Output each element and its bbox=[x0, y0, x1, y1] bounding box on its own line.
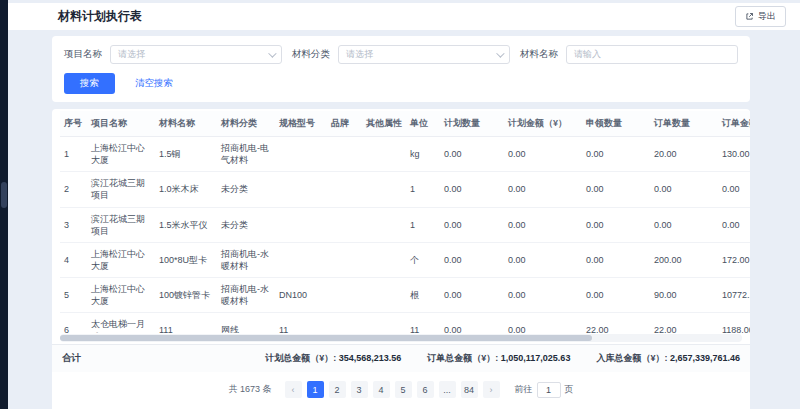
project-name-select[interactable]: 请选择 bbox=[110, 45, 282, 64]
filter-field-project: 项目名称 请选择 bbox=[64, 45, 282, 64]
goto-label: 前往 bbox=[515, 383, 533, 396]
page-button[interactable]: 1 bbox=[307, 381, 324, 398]
table-cell: 0.00 bbox=[504, 207, 582, 242]
table-cell: 太仓电梯一月球项目 bbox=[87, 313, 155, 333]
table-cell: 滨江花城三期项目 bbox=[87, 172, 155, 207]
inbound-total: 入库总金额（¥）: 2,657,339,761.46 bbox=[596, 352, 740, 365]
order-total: 订单总金额（¥）: 1,050,117,025.63 bbox=[427, 352, 570, 365]
sidebar-collapse-handle[interactable] bbox=[1, 182, 7, 208]
topbar: 材料计划执行表 导出 bbox=[8, 3, 800, 30]
table-cell: 0.00 bbox=[504, 313, 582, 333]
table-cell: 11 bbox=[406, 313, 440, 333]
header-cell: 单位 bbox=[406, 111, 440, 137]
header-cell: 申领数量 bbox=[582, 111, 650, 137]
page-button[interactable]: 3 bbox=[351, 381, 368, 398]
table-cell: 0.00 bbox=[582, 278, 650, 313]
table-cell: 上海松江中心大厦 bbox=[87, 137, 155, 172]
horizontal-scrollbar-thumb[interactable] bbox=[60, 335, 592, 341]
filter-label: 材料名称 bbox=[520, 48, 558, 61]
filter-field-material: 材料名称 请输入 bbox=[520, 45, 738, 64]
horizontal-scrollbar-track[interactable] bbox=[60, 334, 742, 342]
table-cell: 0.00 bbox=[504, 137, 582, 172]
page-title: 材料计划执行表 bbox=[58, 8, 142, 25]
table-row: 5上海松江中心大厦100镀锌管卡招商机电-水暖材料DN100根0.000.000… bbox=[60, 278, 750, 313]
table-cell bbox=[362, 137, 406, 172]
main-area: 材料计划执行表 导出 项目名称 请选择 bbox=[8, 0, 800, 409]
table-cell: 100镀锌管卡 bbox=[155, 278, 217, 313]
order-total-value: 1,050,117,025.63 bbox=[501, 353, 571, 363]
clear-search-button[interactable]: 清空搜索 bbox=[135, 77, 173, 90]
input-placeholder: 请输入 bbox=[574, 48, 601, 61]
select-placeholder: 请选择 bbox=[118, 48, 145, 61]
filter-card: 项目名称 请选择 材料分类 请选择 材料名称 bbox=[52, 36, 750, 102]
page-ellipsis[interactable]: ... bbox=[439, 381, 456, 398]
table-row: 3滨江花城三期项目1.5米水平仪未分类10.000.000.000.000.00 bbox=[60, 207, 750, 242]
planned-total-label: 计划总金额（¥）: bbox=[265, 353, 336, 363]
table-cell: 1.5米水平仪 bbox=[155, 207, 217, 242]
filter-row: 项目名称 请选择 材料分类 请选择 材料名称 bbox=[64, 45, 738, 64]
table-cell: 0.00 bbox=[650, 207, 718, 242]
table-cell: 0.00 bbox=[440, 137, 504, 172]
search-button[interactable]: 搜索 bbox=[64, 73, 115, 94]
header-cell: 序号 bbox=[60, 111, 87, 137]
export-icon bbox=[745, 12, 754, 21]
summary-bar: 合计 计划总金额（¥）: 354,568,213.56 订单总金额（¥）: 1,… bbox=[52, 344, 750, 372]
export-button[interactable]: 导出 bbox=[735, 6, 786, 27]
header-cell: 品牌 bbox=[327, 111, 362, 137]
page-button[interactable]: 84 bbox=[461, 381, 478, 398]
table-cell: 2 bbox=[60, 172, 87, 207]
table-cell: 网线 bbox=[217, 313, 275, 333]
page-button[interactable]: 2 bbox=[329, 381, 346, 398]
table-cell bbox=[362, 313, 406, 333]
chevron-down-icon bbox=[268, 49, 276, 57]
chevron-down-icon bbox=[496, 49, 504, 57]
pagination: 共 1673 条 ‹ 123456...84 › 前往 页 bbox=[52, 372, 750, 409]
table-cell: 111 bbox=[155, 313, 217, 333]
table-cell: 22.00 bbox=[582, 313, 650, 333]
table-cell bbox=[362, 278, 406, 313]
table-cell bbox=[362, 207, 406, 242]
table-cell: 0.00 bbox=[582, 207, 650, 242]
next-page-button[interactable]: › bbox=[483, 381, 500, 398]
order-total-label: 订单总金额（¥）: bbox=[427, 353, 498, 363]
page-button[interactable]: 4 bbox=[373, 381, 390, 398]
table-cell: 0.00 bbox=[440, 242, 504, 277]
prev-page-button[interactable]: ‹ bbox=[285, 381, 302, 398]
filter-label: 项目名称 bbox=[64, 48, 102, 61]
header-cell: 项目名称 bbox=[87, 111, 155, 137]
table-cell: 0.00 bbox=[440, 207, 504, 242]
table-cell: 0.00 bbox=[650, 172, 718, 207]
table-cell: 0.00 bbox=[440, 278, 504, 313]
inbound-total-label: 入库总金额（¥）: bbox=[596, 353, 667, 363]
header-cell: 材料名称 bbox=[155, 111, 217, 137]
table-cell: 招商机电-水暖材料 bbox=[217, 242, 275, 277]
material-category-select[interactable]: 请选择 bbox=[338, 45, 510, 64]
app-window: 材料计划执行表 导出 项目名称 请选择 bbox=[0, 0, 800, 409]
goto-page-input[interactable] bbox=[537, 382, 561, 398]
table-cell bbox=[362, 242, 406, 277]
table-cell bbox=[327, 242, 362, 277]
table-cell: 上海松江中心大厦 bbox=[87, 242, 155, 277]
table-cell: 0.00 bbox=[504, 242, 582, 277]
table-cell: 0.00 bbox=[582, 242, 650, 277]
page-button[interactable]: 6 bbox=[417, 381, 434, 398]
table-row: 4上海松江中心大厦100*8U型卡招商机电-水暖材料个0.000.000.002… bbox=[60, 242, 750, 277]
total-count: 共 1673 条 bbox=[228, 383, 271, 396]
header-cell: 其他属性 bbox=[362, 111, 406, 137]
planned-total-value: 354,568,213.56 bbox=[339, 353, 402, 363]
table-cell: 4 bbox=[60, 242, 87, 277]
table-body: 1上海松江中心大厦1.5铜招商机电-电气材料kg0.000.000.0020.0… bbox=[60, 137, 750, 334]
table-cell: 0.00 bbox=[582, 172, 650, 207]
table-cell bbox=[327, 207, 362, 242]
material-name-input[interactable]: 请输入 bbox=[566, 45, 738, 64]
page-button[interactable]: 5 bbox=[395, 381, 412, 398]
table-cell bbox=[275, 137, 327, 172]
content: 项目名称 请选择 材料分类 请选择 材料名称 bbox=[52, 36, 750, 409]
table-cell: kg bbox=[406, 137, 440, 172]
table-cell bbox=[275, 207, 327, 242]
table-cell bbox=[327, 313, 362, 333]
table-cell: 上海松江中心大厦 bbox=[87, 278, 155, 313]
collapsed-sidebar[interactable] bbox=[0, 0, 8, 409]
header-cell: 规格型号 bbox=[275, 111, 327, 137]
filter-label: 材料分类 bbox=[292, 48, 330, 61]
